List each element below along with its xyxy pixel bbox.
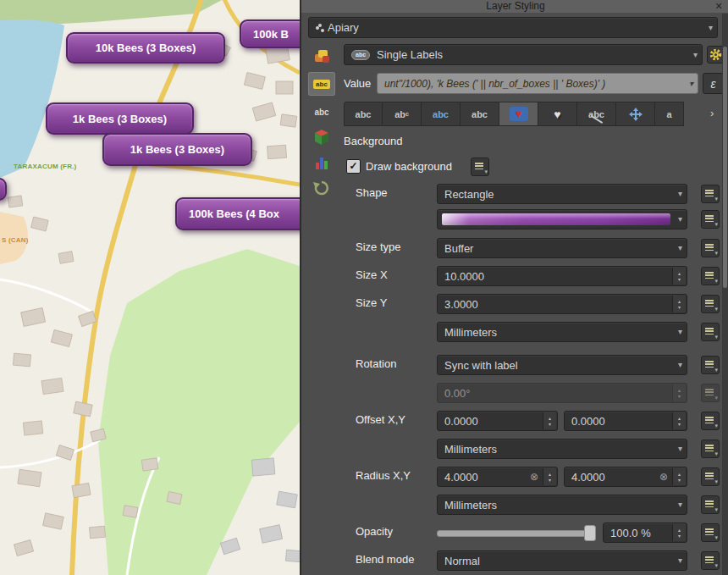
override-size-x[interactable]: ▾: [701, 267, 720, 285]
blend-mode-value: Normal: [444, 555, 668, 567]
chevron-down-icon: ▾: [678, 556, 682, 565]
rotation-label: Rotation: [356, 357, 396, 370]
override-opacity[interactable]: ▾: [701, 523, 720, 542]
layer-selector[interactable]: Apiary ▾: [308, 17, 718, 38]
bubble-text: 10k Bees (3 Boxes): [96, 41, 196, 54]
labels-icon: abc: [313, 80, 330, 89]
sidebar-item-labels[interactable]: abc: [308, 72, 335, 96]
override-shape[interactable]: ▾: [701, 185, 720, 203]
clear-icon[interactable]: ⊗: [659, 471, 670, 483]
qgis-window: TARAXACUM (FR.) S (CAN) 10k Bees (3 Boxe…: [0, 0, 728, 575]
radius-x-spinbox[interactable]: 4.0000 ⊗ ▴▾: [437, 467, 558, 487]
clear-icon[interactable]: ⊗: [530, 471, 540, 483]
override-rotation[interactable]: ▾: [701, 356, 720, 374]
size-x-spinbox[interactable]: 10.0000 ▴▾: [437, 266, 687, 286]
chevron-down-icon: ▾: [714, 395, 718, 401]
blend-mode-select[interactable]: Normal ▾: [437, 550, 687, 571]
rotation-mode-select[interactable]: Sync with label ▾: [437, 355, 687, 375]
chevron-down-icon: ▾: [714, 196, 718, 202]
sidebar-item-3d-view[interactable]: [308, 125, 335, 149]
radius-y-spinbox[interactable]: 4.0000 ⊗ ▴▾: [564, 467, 687, 487]
expression-builder-button[interactable]: ε: [703, 73, 724, 94]
chevron-down-icon: ▾: [709, 23, 713, 32]
offset-label: Offset X,Y: [356, 413, 405, 426]
value-expression-field[interactable]: unt"/1000), 'k Bees (' || nbr_of_boxes |…: [377, 73, 698, 94]
tab-text[interactable]: abc: [344, 102, 383, 126]
sidebar-item-diagrams[interactable]: [308, 151, 335, 174]
panel-scrollbar[interactable]: [722, 14, 728, 575]
override-blend-mode[interactable]: ▾: [701, 551, 720, 570]
scrollbar-thumb[interactable]: [723, 47, 727, 288]
slider-handle[interactable]: [584, 525, 596, 541]
chevron-down-icon: ▾: [714, 451, 718, 457]
opacity-spinbox[interactable]: 100.0 % ▴▾: [603, 522, 687, 543]
size-y-value: 3.0000: [444, 298, 670, 311]
data-defined-icon: [705, 417, 714, 423]
shape-select[interactable]: Rectangle ▾: [437, 184, 687, 204]
rotation-mode-value: Sync with label: [444, 359, 668, 372]
tab-placement[interactable]: [616, 102, 655, 126]
size-type-select[interactable]: Buffer ▾: [437, 238, 687, 258]
diagram-icon: [313, 154, 330, 171]
radius-units-select[interactable]: Millimeters ▾: [437, 495, 687, 515]
chevron-down-icon: ▾: [678, 500, 682, 509]
tab-rendering[interactable]: a: [655, 102, 684, 126]
chevron-down-icon: ▾: [678, 243, 682, 252]
tab-mask[interactable]: abc: [461, 102, 499, 126]
override-radius-units[interactable]: ▾: [701, 495, 720, 514]
blend-mode-label: Blend mode: [356, 553, 414, 566]
spin-arrows: ▴▾: [672, 468, 686, 485]
label-mode-select[interactable]: abc Single Labels ▾: [344, 44, 703, 65]
offset-units-select[interactable]: Millimeters ▾: [437, 439, 687, 459]
draw-background-label: Draw background: [366, 160, 452, 173]
bubble-text: 1k Bees (3 Boxes): [130, 143, 224, 156]
close-icon[interactable]: ✕: [713, 0, 725, 13]
spin-arrows: ▴▾: [672, 268, 686, 285]
gear-icon: [709, 48, 722, 61]
tab-buffer[interactable]: abc: [422, 102, 461, 126]
fill-color-select[interactable]: ▾: [437, 209, 687, 229]
size-y-spinbox[interactable]: 3.0000 ▴▾: [437, 294, 687, 314]
opacity-value: 100.0 %: [610, 527, 670, 539]
map-canvas[interactable]: TARAXACUM (FR.) S (CAN) 10k Bees (3 Boxe…: [0, 0, 300, 575]
sidebar-item-symbology[interactable]: [308, 44, 335, 68]
data-defined-icon: [705, 328, 714, 334]
expression-text: unt"/1000), 'k Bees (' || nbr_of_boxes |…: [384, 78, 679, 90]
offset-y-spinbox[interactable]: 0.0000 ▴▾: [564, 411, 687, 431]
chevron-down-icon: ▾: [714, 221, 718, 228]
chevron-down-icon: ▾: [678, 327, 682, 336]
epsilon-icon: ε: [710, 77, 715, 91]
opacity-slider[interactable]: [437, 522, 596, 543]
draw-background-checkbox[interactable]: ✓: [346, 159, 361, 174]
override-radius[interactable]: ▾: [701, 467, 720, 486]
label-type-icon: abc: [351, 50, 370, 60]
chevron-down-icon: ▾: [689, 79, 693, 88]
layer-name: Apiary: [328, 21, 698, 34]
data-defined-icon: [705, 445, 714, 451]
radius-x-value: 4.0000: [444, 471, 478, 484]
tab-callouts[interactable]: abc: [577, 102, 616, 126]
offset-x-spinbox[interactable]: 0.0000 ▴▾: [437, 411, 558, 431]
tab-scroll-right-icon[interactable]: ›: [710, 107, 714, 119]
tab-formatting[interactable]: ab c: [383, 102, 422, 126]
place-label: TARAXACUM (FR.): [14, 163, 76, 170]
spin-arrows: ▴▾: [672, 412, 686, 429]
override-size-units[interactable]: ▾: [701, 323, 720, 341]
tab-background[interactable]: ♥: [499, 102, 538, 126]
opacity-label: Opacity: [356, 525, 393, 538]
override-draw-background[interactable]: ▾: [471, 158, 489, 176]
sidebar-item-mask[interactable]: abc: [308, 100, 335, 124]
size-x-label: Size X: [356, 268, 388, 281]
override-offset[interactable]: ▾: [701, 412, 720, 430]
override-fill-color[interactable]: ▾: [701, 210, 720, 229]
size-units-select[interactable]: Millimeters ▾: [437, 322, 687, 342]
map-label-bubble: 1k Bees (3 Boxes): [102, 133, 252, 166]
override-size-y[interactable]: ▾: [701, 295, 720, 313]
tab-shadow[interactable]: ♥: [538, 102, 577, 126]
override-offset-units[interactable]: ▾: [701, 440, 720, 458]
sidebar-item-history[interactable]: [308, 176, 335, 200]
override-size-type[interactable]: ▾: [701, 239, 720, 257]
data-defined-icon: [475, 163, 483, 169]
spin-arrows: ▴▾: [543, 412, 556, 429]
offset-units-value: Millimeters: [444, 443, 668, 456]
